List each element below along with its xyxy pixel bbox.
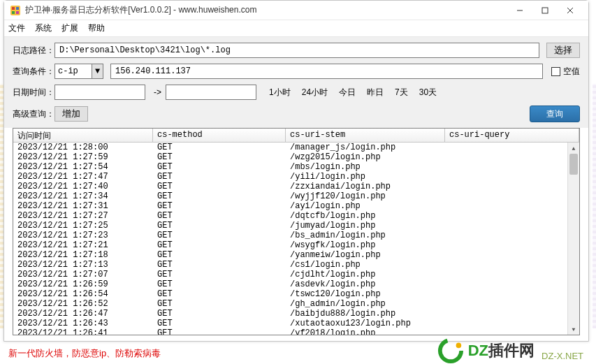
cell-method: GET xyxy=(153,182,286,191)
time-1hour[interactable]: 1小时 xyxy=(269,87,291,99)
chevron-down-icon: ▼ xyxy=(92,64,103,78)
cell-time: 2023/12/21 1:27:34 xyxy=(13,191,153,201)
cell-method: GET xyxy=(153,231,286,240)
cell-time: 2023/12/21 1:27:54 xyxy=(13,162,153,172)
null-checkbox[interactable] xyxy=(551,67,560,76)
criteria-value-input[interactable] xyxy=(110,64,543,79)
table-row[interactable]: 2023/12/21 1:27:54GET/mbs/login.php xyxy=(13,162,579,172)
window-controls xyxy=(507,2,583,19)
cell-stem: /jumyad/login.php xyxy=(286,221,445,231)
cell-method: GET xyxy=(153,152,286,162)
cell-stem: /mbs/login.php xyxy=(286,162,445,172)
vertical-scrollbar[interactable]: ▲ ▼ xyxy=(567,143,579,335)
cell-stem: /wsygfk/login.php xyxy=(286,240,445,250)
log-path-label: 日志路径： xyxy=(13,45,54,57)
table-row[interactable]: 2023/12/21 1:27:23GET/bs_admin/login.php xyxy=(13,231,579,240)
row-criteria: 查询条件： c-ip ▼ 空值 xyxy=(13,64,580,79)
table-row[interactable]: 2023/12/21 1:27:47GET/yili/login.php xyxy=(13,172,579,182)
cell-time: 2023/12/21 1:27:31 xyxy=(13,201,153,211)
cell-time: 2023/12/21 1:27:23 xyxy=(13,231,153,240)
time-shortcuts: 1小时 24小时 今日 昨日 7天 30天 xyxy=(269,87,437,99)
cell-time: 2023/12/21 1:26:52 xyxy=(13,299,153,309)
col-header-time[interactable]: 访问时间 xyxy=(13,129,153,142)
null-checkbox-wrap[interactable]: 空值 xyxy=(551,66,580,78)
cell-stem: /tswc120/login.php xyxy=(286,289,445,299)
log-path-input[interactable] xyxy=(54,43,539,58)
table-row[interactable]: 2023/12/21 1:26:41GET/yf2018/login.php xyxy=(13,328,579,335)
date-arrow: -> xyxy=(154,87,161,97)
cell-stem: /manager_js/login.php xyxy=(286,143,445,152)
cell-stem: /xutaotaoxu123/login.php xyxy=(286,319,445,328)
svg-point-10 xyxy=(456,343,461,349)
cell-time: 2023/12/21 1:27:21 xyxy=(13,240,153,250)
cell-stem: /yanmeiw/login.php xyxy=(286,250,445,260)
maximize-button[interactable] xyxy=(532,2,558,19)
time-yesterday[interactable]: 昨日 xyxy=(367,87,384,99)
cell-method: GET xyxy=(153,270,286,279)
cell-time: 2023/12/21 1:26:59 xyxy=(13,279,153,289)
watermark: DZ插件网 DZ-X.NET xyxy=(437,337,583,364)
table-row[interactable]: 2023/12/21 1:27:34GET/wyjjf120/login.php xyxy=(13,191,579,201)
menu-file[interactable]: 文件 xyxy=(8,22,25,34)
svg-rect-6 xyxy=(542,8,548,13)
time-30days[interactable]: 30天 xyxy=(419,87,437,99)
table-row[interactable]: 2023/12/21 1:27:21GET/wsygfk/login.php xyxy=(13,240,579,250)
cell-stem: /cs1/login.php xyxy=(286,260,445,270)
cell-stem: /bs_admin/login.php xyxy=(286,231,445,240)
select-path-button[interactable]: 选择 xyxy=(546,43,580,58)
watermark-brand: DZ插件网 xyxy=(468,340,535,361)
date-to-input[interactable] xyxy=(166,85,256,100)
minimize-button[interactable] xyxy=(507,2,532,19)
table-row[interactable]: 2023/12/21 1:26:47GET/baibjdu888/login.p… xyxy=(13,309,579,319)
cell-time: 2023/12/21 1:26:47 xyxy=(13,309,153,319)
table-row[interactable]: 2023/12/21 1:26:52GET/gh_admin/login.php xyxy=(13,299,579,309)
cell-query xyxy=(445,191,579,201)
time-7days[interactable]: 7天 xyxy=(395,87,408,99)
app-icon xyxy=(10,5,21,16)
menu-extend[interactable]: 扩展 xyxy=(61,22,78,34)
menu-system[interactable]: 系统 xyxy=(35,22,52,34)
scrollbar-thumb[interactable] xyxy=(569,154,578,175)
col-header-query[interactable]: cs-uri-query xyxy=(445,129,579,142)
table-row[interactable]: 2023/12/21 1:26:43GET/xutaotaoxu123/logi… xyxy=(13,319,579,328)
cell-time: 2023/12/21 1:26:41 xyxy=(13,328,153,335)
menu-help[interactable]: 帮助 xyxy=(88,22,105,34)
table-row[interactable]: 2023/12/21 1:27:27GET/dqtcfb/login.php xyxy=(13,211,579,221)
cell-stem: /cjdlht/login.php xyxy=(286,270,445,279)
scroll-up-icon[interactable]: ▲ xyxy=(568,143,579,154)
query-button[interactable]: 查询 xyxy=(530,105,580,122)
cell-method: GET xyxy=(153,162,286,172)
table-row[interactable]: 2023/12/21 1:26:59GET/asdevk/login.php xyxy=(13,279,579,289)
cell-query xyxy=(445,289,579,299)
date-from-input[interactable] xyxy=(54,85,145,100)
criteria-field-combo[interactable]: c-ip ▼ xyxy=(54,64,103,79)
table-row[interactable]: 2023/12/21 1:27:18GET/yanmeiw/login.php xyxy=(13,250,579,260)
table-row[interactable]: 2023/12/21 1:26:54GET/tswc120/login.php xyxy=(13,289,579,299)
table-row[interactable]: 2023/12/21 1:27:59GET/wzg2015/login.php xyxy=(13,152,579,162)
cell-time: 2023/12/21 1:26:43 xyxy=(13,319,153,328)
cell-time: 2023/12/21 1:27:27 xyxy=(13,211,153,221)
table-row[interactable]: 2023/12/21 1:27:25GET/jumyad/login.php xyxy=(13,221,579,231)
add-criteria-button[interactable]: 增加 xyxy=(54,106,88,122)
cell-stem: /asdevk/login.php xyxy=(286,279,445,289)
close-button[interactable] xyxy=(558,2,583,19)
time-today[interactable]: 今日 xyxy=(339,87,356,99)
col-header-stem[interactable]: cs-uri-stem xyxy=(286,129,445,142)
cell-query xyxy=(445,211,579,221)
table-row[interactable]: 2023/12/21 1:27:40GET/zzxiandai/login.ph… xyxy=(13,182,579,191)
right-edge-decoration xyxy=(593,84,596,328)
table-row[interactable]: 2023/12/21 1:27:07GET/cjdlht/login.php xyxy=(13,270,579,279)
cell-stem: /wyjjf120/login.php xyxy=(286,191,445,201)
window-title: 护卫神·服务器日志分析软件[Ver1.0.0.2] - www.huweishe… xyxy=(25,4,507,16)
time-24hour[interactable]: 24小时 xyxy=(302,87,328,99)
cell-method: GET xyxy=(153,279,286,289)
cell-query xyxy=(445,299,579,309)
svg-rect-3 xyxy=(12,11,15,14)
table-row[interactable]: 2023/12/21 1:27:31GET/ayi/login.php xyxy=(13,201,579,211)
table-row[interactable]: 2023/12/21 1:28:00GET/manager_js/login.p… xyxy=(13,143,579,152)
scroll-down-icon[interactable]: ▼ xyxy=(568,323,579,335)
svg-rect-4 xyxy=(16,11,19,14)
col-header-method[interactable]: cs-method xyxy=(153,129,286,142)
table-row[interactable]: 2023/12/21 1:27:13GET/cs1/login.php xyxy=(13,260,579,270)
cell-query xyxy=(445,143,579,152)
